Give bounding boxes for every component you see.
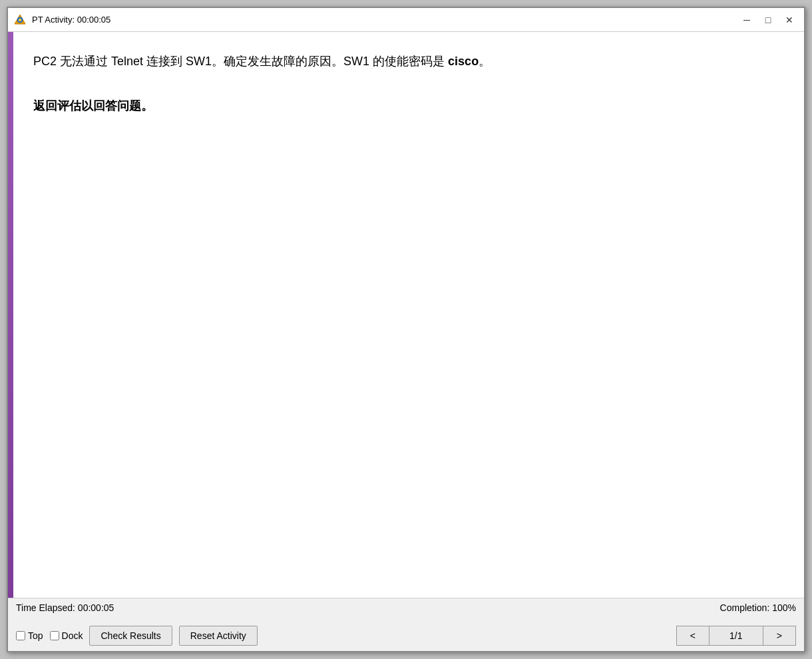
nav-next-button[interactable]: > [763,626,796,646]
svg-point-2 [19,19,21,21]
main-content: PC2 无法通过 Telnet 连接到 SW1。确定发生故障的原因。SW1 的使… [13,32,804,598]
nav-controls: < 1/1 > [676,626,796,646]
maximize-button[interactable]: □ [759,12,777,28]
completion-label: Completion: 100% [720,602,796,613]
nav-prev-button[interactable]: < [676,626,710,646]
top-checkbox-label[interactable]: Top [16,630,43,641]
return-instruction: 返回评估以回答问题。 [33,98,784,114]
time-elapsed-label: Time Elapsed: 00:00:05 [16,602,114,613]
top-label-text: Top [28,630,43,641]
instructions-code: cisco [448,55,479,68]
title-bar-controls: ─ □ ✕ [737,12,799,28]
content-area: PC2 无法通过 Telnet 连接到 SW1。确定发生故障的原因。SW1 的使… [8,32,804,598]
controls-row: Top Dock Check Results Reset Activity < … [16,626,796,646]
instructions-paragraph: PC2 无法通过 Telnet 连接到 SW1。确定发生故障的原因。SW1 的使… [33,52,784,71]
dock-checkbox[interactable] [50,631,59,640]
status-row: Time Elapsed: 00:00:05 Completion: 100% [16,602,796,613]
instructions-main-text: PC2 无法通过 Telnet 连接到 SW1。确定发生故障的原因。SW1 的使… [33,55,445,68]
dock-label-text: Dock [62,630,83,641]
title-bar: PT Activity: 00:00:05 ─ □ ✕ [8,8,804,32]
app-icon [13,13,27,27]
check-results-button[interactable]: Check Results [89,626,172,646]
reset-activity-button[interactable]: Reset Activity [179,626,258,646]
bottom-bar: Time Elapsed: 00:00:05 Completion: 100% … [8,598,804,651]
left-accent-bar [8,32,13,598]
top-checkbox[interactable] [16,631,25,640]
instructions-punctuation: 。 [479,55,491,68]
dock-checkbox-label[interactable]: Dock [50,630,83,641]
title-bar-left: PT Activity: 00:00:05 [13,13,110,27]
window-title: PT Activity: 00:00:05 [32,15,110,25]
close-button[interactable]: ✕ [780,12,799,28]
main-window: PT Activity: 00:00:05 ─ □ ✕ PC2 无法通过 Tel… [7,7,805,652]
minimize-button[interactable]: ─ [737,12,756,28]
page-indicator: 1/1 [710,626,763,646]
